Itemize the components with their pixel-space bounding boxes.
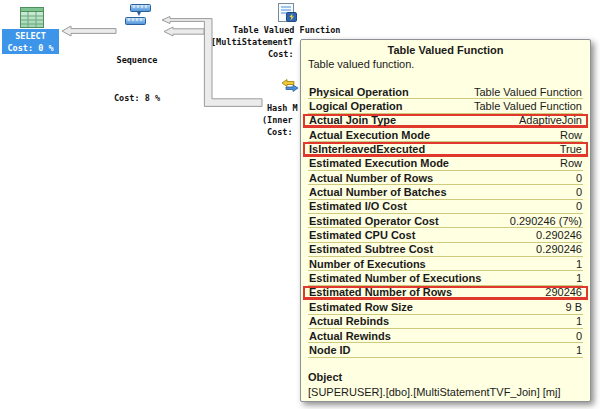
tvf-label-line1: Table Valued Function (233, 25, 340, 36)
property-row: Estimated Row Size9 B (308, 300, 583, 314)
property-value: 0 (576, 200, 582, 212)
property-value: 9 B (565, 301, 582, 313)
property-value: True (560, 143, 582, 155)
property-value: 1 (576, 258, 582, 270)
property-row: Number of Executions1 (308, 257, 583, 271)
property-value: 1 (576, 272, 582, 284)
property-value: Table Valued Function (474, 100, 582, 112)
property-row: Estimated Number of Executions1 (308, 271, 583, 285)
sequence-label: Sequence (103, 54, 171, 67)
property-label: IsInterleavedExecuted (309, 143, 425, 155)
property-label: Actual Join Type (309, 114, 396, 126)
tooltip-description: Table valued function. (308, 58, 583, 71)
property-label: Node ID (309, 344, 351, 356)
sequence-node[interactable]: Sequence Cost: 8 % (103, 29, 171, 129)
sequence-cost: Cost: 8 % (103, 92, 171, 105)
property-row: Estimated I/O Cost0 (308, 200, 583, 214)
select-node[interactable]: SELECT Cost: 0 % (2, 29, 59, 54)
property-value: Table Valued Function (474, 86, 582, 98)
table-valued-function-operator-icon[interactable] (277, 3, 297, 23)
property-row-highlighted: IsInterleavedExecutedTrue (303, 142, 588, 156)
property-value: 0.290246 (536, 229, 582, 241)
property-value: 0.290246 (7%) (510, 215, 582, 227)
property-row-highlighted: Actual Join TypeAdaptiveJoin (303, 114, 588, 128)
property-label: Actual Execution Mode (309, 129, 430, 141)
property-label: Estimated Execution Mode (309, 157, 449, 169)
property-label: Actual Rebinds (309, 315, 389, 327)
property-value: 1 (576, 315, 582, 327)
tooltip-object-label: Object (308, 371, 583, 384)
property-value: 0 (576, 172, 582, 184)
select-label: SELECT (2, 30, 59, 42)
property-row: Estimated CPU Cost0.290246 (308, 228, 583, 242)
property-label: Physical Operation (309, 86, 409, 98)
property-value: Row (560, 157, 582, 169)
tooltip-title: Table Valued Function (308, 44, 583, 57)
property-row-highlighted: Estimated Number of Rows290246 (303, 286, 588, 300)
property-label: Actual Rewinds (309, 330, 391, 342)
select-operator-icon[interactable] (20, 7, 44, 28)
operator-tooltip: Table Valued Function Table valued funct… (300, 39, 591, 402)
property-value: 0 (576, 330, 582, 342)
property-value: 290246 (545, 286, 582, 298)
hash-label-line2: (Inner (262, 115, 293, 126)
property-label: Estimated I/O Cost (309, 200, 407, 212)
property-value: 1 (576, 344, 582, 356)
property-label: Actual Number of Batches (309, 186, 447, 198)
property-row: Estimated Execution ModeRow (308, 157, 583, 171)
property-label: Estimated Number of Rows (309, 286, 452, 298)
tooltip-property-list: Physical OperationTable Valued FunctionL… (308, 85, 583, 358)
tooltip-object-section: Object [SUPERUSER].[dbo].[MultiStatement… (308, 371, 583, 399)
property-value: AdaptiveJoin (519, 114, 582, 126)
sequence-operator-icon[interactable] (124, 3, 152, 28)
property-row: Actual Rewinds0 (308, 329, 583, 343)
property-label: Estimated CPU Cost (309, 229, 415, 241)
property-value: 0 (576, 186, 582, 198)
property-row: Estimated Subtree Cost0.290246 (308, 243, 583, 257)
property-value: Row (560, 129, 582, 141)
property-row: Actual Rebinds1 (308, 315, 583, 329)
hash-label-line3: Cost: (267, 127, 293, 138)
property-label: Estimated Subtree Cost (309, 243, 433, 255)
property-row: Actual Number of Batches0 (308, 185, 583, 199)
property-value: 0.290246 (536, 243, 582, 255)
property-label: Estimated Operator Cost (309, 215, 439, 227)
property-row: Node ID1 (308, 343, 583, 357)
hash-label-line1: Hash M (267, 103, 298, 114)
property-label: Number of Executions (309, 258, 426, 270)
property-label: Logical Operation (309, 100, 403, 112)
tooltip-object-value: [SUPERUSER].[dbo].[MultiStatementTVF_Joi… (308, 386, 583, 399)
property-label: Actual Number of Rows (309, 172, 433, 184)
hash-match-operator-icon[interactable] (281, 78, 299, 93)
property-row: Estimated Operator Cost0.290246 (7%) (308, 214, 583, 228)
property-row: Actual Execution ModeRow (308, 128, 583, 142)
select-cost: Cost: 0 % (2, 42, 59, 54)
property-label: Estimated Row Size (309, 301, 413, 313)
tvf-label-line3: Cost: (268, 49, 294, 60)
tvf-label-line2: [MultiStatementT (211, 37, 293, 48)
property-row: Actual Number of Rows0 (308, 171, 583, 185)
property-row: Logical OperationTable Valued Function (308, 99, 583, 113)
property-row: Physical OperationTable Valued Function (308, 85, 583, 99)
property-label: Estimated Number of Executions (309, 272, 481, 284)
